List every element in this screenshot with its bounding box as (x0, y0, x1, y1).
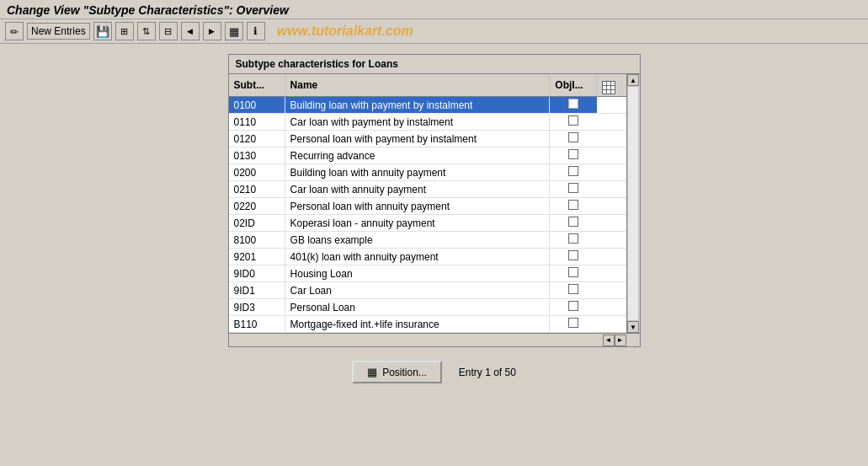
cell-obj (550, 265, 597, 282)
table-row[interactable]: B110Mortgage-fixed int.+life insurance (229, 316, 626, 333)
table-row[interactable]: 0120Personal loan with payment by instal… (229, 131, 626, 147)
cell-subtype: B110 (229, 316, 285, 333)
checkbox[interactable] (568, 301, 578, 311)
table-row[interactable]: 0200Building loan with annuity payment (229, 164, 626, 181)
cell-name: GB loans example (285, 232, 550, 249)
cell-subtype: 0110 (229, 114, 285, 131)
table-row[interactable]: 9ID0Housing Loan (229, 265, 626, 282)
table-row[interactable]: 02IDKoperasi loan - annuity payment (229, 215, 626, 232)
cell-name: Personal Loan (285, 299, 550, 316)
checkbox[interactable] (568, 284, 578, 294)
vertical-scrollbar: ▲ ▼ (626, 74, 640, 333)
position-button[interactable]: ▦ Position... (352, 361, 442, 383)
cell-name: Mortgage-fixed int.+life insurance (285, 316, 550, 333)
checkbox[interactable] (568, 132, 578, 142)
toolbar-edit-icon[interactable] (5, 22, 24, 40)
toolbar-del-icon[interactable]: ⊟ (159, 22, 178, 40)
cell-name: 401(k) loan with annuity payment (285, 249, 550, 265)
table-row[interactable]: 0220Personal loan with annuity payment (229, 198, 626, 215)
title-bar: Change View "Subtype Characteristics": O… (0, 0, 868, 19)
cell-subtype: 0200 (229, 164, 285, 181)
table-row[interactable]: 9201401(k) loan with annuity payment (229, 249, 626, 265)
cell-obj (550, 316, 597, 333)
scroll-down-button[interactable]: ▼ (627, 321, 639, 333)
checkbox[interactable] (568, 166, 578, 176)
cell-name: Car loan with payment by instalment (285, 114, 550, 131)
scroll-right-button[interactable]: ► (615, 335, 626, 346)
toolbar-save-icon[interactable]: 💾 (93, 22, 112, 40)
checkbox[interactable] (568, 318, 578, 328)
table-row[interactable]: 0210Car loan with annuity payment (229, 181, 626, 198)
copy-icon: ⊞ (120, 26, 128, 37)
scroll-up-button[interactable]: ▲ (627, 74, 639, 86)
table-row[interactable]: 0100Building loan with payment by instal… (229, 97, 626, 114)
grid-settings-icon[interactable] (602, 81, 615, 94)
cell-name: Car loan with annuity payment (285, 181, 550, 198)
cell-name: Personal loan with annuity payment (285, 198, 550, 215)
cell-subtype: 9ID0 (229, 265, 285, 282)
cell-obj (550, 97, 597, 114)
cell-subtype: 9ID1 (229, 282, 285, 299)
cell-subtype: 9201 (229, 249, 285, 265)
col-header-subtype: Subt... (229, 74, 285, 97)
bottom-bar: ▦ Position... Entry 1 of 50 (17, 361, 851, 383)
table-wrapper: Subt... Name ObjI... (229, 74, 640, 333)
table-body: 0100Building loan with payment by instal… (229, 97, 626, 333)
cell-obj (550, 215, 597, 232)
toolbar-info-icon[interactable]: ℹ (247, 22, 265, 40)
table-row[interactable]: 0110Car loan with payment by instalment (229, 114, 626, 131)
table-row[interactable]: 9ID1Car Loan (229, 282, 626, 299)
toolbar-arr2-icon[interactable]: ▶ (203, 22, 221, 40)
cell-obj (550, 232, 597, 249)
cell-obj (550, 114, 597, 131)
table-container: Subtype characteristics for Loans Subt..… (228, 54, 641, 347)
arrow-left-icon: ◀ (187, 27, 193, 35)
cell-name: Koperasi loan - annuity payment (285, 215, 550, 232)
cell-subtype: 0120 (229, 131, 285, 147)
delete-icon: ⊟ (164, 26, 172, 37)
scroll-left-button[interactable]: ◄ (603, 335, 615, 346)
new-entries-label: New Entries (31, 25, 86, 37)
cell-obj (550, 282, 597, 299)
toolbar: New Entries 💾 ⊞ ⇅ ⊟ ◀ ▶ ▦ ℹ www.tutorial… (0, 19, 868, 44)
table-row[interactable]: 8100GB loans example (229, 232, 626, 249)
toolbar-table-icon[interactable]: ▦ (225, 22, 243, 40)
cell-subtype: 9ID3 (229, 299, 285, 316)
checkbox[interactable] (568, 217, 578, 227)
cell-subtype: 0210 (229, 181, 285, 198)
checkbox[interactable] (568, 99, 578, 109)
checkbox[interactable] (568, 233, 578, 244)
toolbar-arr1-icon[interactable]: ◀ (181, 22, 200, 40)
checkbox[interactable] (568, 200, 578, 210)
col-header-grid[interactable] (597, 74, 626, 97)
table-row[interactable]: 0130Recurring advance (229, 147, 626, 164)
cell-obj (550, 164, 597, 181)
cell-subtype: 0100 (229, 97, 285, 114)
position-label: Position... (382, 367, 427, 378)
info-icon: ℹ (253, 25, 258, 37)
checkbox[interactable] (568, 115, 578, 126)
save-icon: 💾 (96, 25, 109, 38)
table-header-row: Subt... Name ObjI... (229, 74, 626, 97)
data-table: Subt... Name ObjI... (229, 74, 626, 333)
cell-obj (550, 181, 597, 198)
checkbox[interactable] (568, 250, 578, 260)
cell-name: Building loan with annuity payment (285, 164, 550, 181)
checkbox[interactable] (568, 267, 578, 277)
arrow-right-icon: ▶ (209, 27, 215, 35)
table-row[interactable]: 9ID3Personal Loan (229, 299, 626, 316)
checkbox[interactable] (568, 183, 578, 193)
entry-info: Entry 1 of 50 (459, 367, 516, 378)
cell-obj (550, 131, 597, 147)
table-scroll-area: Subt... Name ObjI... (229, 74, 626, 333)
cell-subtype: 0130 (229, 147, 285, 164)
checkbox[interactable] (568, 149, 578, 159)
cell-subtype: 02ID (229, 215, 285, 232)
toolbar-move-icon[interactable]: ⇅ (137, 22, 156, 40)
watermark: www.tutorialkart.com (277, 24, 413, 39)
cell-obj (550, 299, 597, 316)
new-entries-button[interactable]: New Entries (27, 23, 90, 40)
toolbar-copy-icon[interactable]: ⊞ (115, 22, 134, 40)
cell-obj (550, 147, 597, 164)
cell-name: Recurring advance (285, 147, 550, 164)
